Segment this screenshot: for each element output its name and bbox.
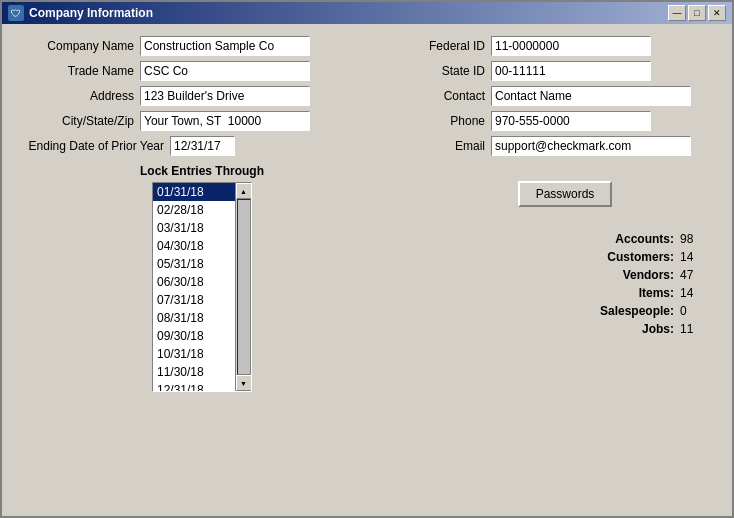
lock-list-item[interactable]: 10/31/18 [153, 345, 235, 363]
state-id-row: State ID [410, 61, 720, 81]
scroll-track[interactable] [237, 199, 251, 375]
lock-list-item[interactable]: 04/30/18 [153, 237, 235, 255]
address-input[interactable] [140, 86, 310, 106]
accounts-value: 98 [680, 232, 720, 246]
phone-label: Phone [410, 114, 485, 128]
city-state-zip-input[interactable] [140, 111, 310, 131]
accounts-label: Accounts: [615, 232, 674, 246]
customers-row: Customers: 14 [410, 250, 720, 264]
vendors-row: Vendors: 47 [410, 268, 720, 282]
lock-list-item[interactable]: 05/31/18 [153, 255, 235, 273]
lock-list-item[interactable]: 12/31/18 [153, 381, 235, 391]
lock-list-item[interactable]: 01/31/18 [153, 183, 235, 201]
scroll-down-button[interactable]: ▼ [236, 375, 252, 391]
lock-section: Lock Entries Through 01/31/1802/28/1803/… [14, 164, 390, 392]
ending-date-input[interactable] [170, 136, 235, 156]
state-id-input[interactable] [491, 61, 651, 81]
salespeople-value: 0 [680, 304, 720, 318]
federal-id-label: Federal ID [410, 39, 485, 53]
accounts-row: Accounts: 98 [410, 232, 720, 246]
close-button[interactable]: ✕ [708, 5, 726, 21]
federal-id-row: Federal ID [410, 36, 720, 56]
federal-id-input[interactable] [491, 36, 651, 56]
left-panel: Company Name Trade Name Address City/Sta… [14, 36, 390, 392]
lock-list-item[interactable]: 06/30/18 [153, 273, 235, 291]
ending-date-label: Ending Date of Prior Year [14, 139, 164, 153]
main-window: 🛡 Company Information — □ ✕ Company Name… [0, 0, 734, 518]
email-label: Email [410, 139, 485, 153]
address-label: Address [14, 89, 134, 103]
right-panel: Federal ID State ID Contact Phone Email [410, 36, 720, 392]
salespeople-row: Salespeople: 0 [410, 304, 720, 318]
trade-name-label: Trade Name [14, 64, 134, 78]
lock-list-item[interactable]: 08/31/18 [153, 309, 235, 327]
minimize-button[interactable]: — [668, 5, 686, 21]
contact-input[interactable] [491, 86, 691, 106]
items-value: 14 [680, 286, 720, 300]
trade-name-row: Trade Name [14, 61, 390, 81]
lock-entries-listbox[interactable]: 01/31/1802/28/1803/31/1804/30/1805/31/18… [152, 182, 252, 392]
lock-list: 01/31/1802/28/1803/31/1804/30/1805/31/18… [153, 183, 235, 391]
company-name-row: Company Name [14, 36, 390, 56]
lock-list-item[interactable]: 09/30/18 [153, 327, 235, 345]
stats-section: Accounts: 98 Customers: 14 Vendors: 47 I… [410, 232, 720, 336]
company-name-label: Company Name [14, 39, 134, 53]
state-id-label: State ID [410, 64, 485, 78]
content-area: Company Name Trade Name Address City/Sta… [2, 24, 732, 516]
company-name-input[interactable] [140, 36, 310, 56]
passwords-button[interactable]: Passwords [518, 181, 613, 207]
lock-list-item[interactable]: 03/31/18 [153, 219, 235, 237]
title-bar: 🛡 Company Information — □ ✕ [2, 2, 732, 24]
customers-value: 14 [680, 250, 720, 264]
window-title: Company Information [29, 6, 153, 20]
contact-label: Contact [410, 89, 485, 103]
vendors-label: Vendors: [623, 268, 674, 282]
lock-list-item[interactable]: 11/30/18 [153, 363, 235, 381]
phone-row: Phone [410, 111, 720, 131]
listbox-scrollbar: ▲ ▼ [235, 183, 251, 391]
scroll-up-button[interactable]: ▲ [236, 183, 252, 199]
contact-row: Contact [410, 86, 720, 106]
lock-list-item[interactable]: 02/28/18 [153, 201, 235, 219]
lock-entries-label: Lock Entries Through [140, 164, 264, 178]
salespeople-label: Salespeople: [600, 304, 674, 318]
email-row: Email [410, 136, 720, 156]
window-controls: — □ ✕ [668, 5, 726, 21]
jobs-value: 11 [680, 322, 720, 336]
ending-date-row: Ending Date of Prior Year [14, 136, 390, 156]
window-icon: 🛡 [8, 5, 24, 21]
phone-input[interactable] [491, 111, 651, 131]
vendors-value: 47 [680, 268, 720, 282]
city-state-zip-row: City/State/Zip [14, 111, 390, 131]
email-input[interactable] [491, 136, 691, 156]
items-label: Items: [639, 286, 674, 300]
trade-name-input[interactable] [140, 61, 310, 81]
main-area: Company Name Trade Name Address City/Sta… [14, 36, 720, 392]
address-row: Address [14, 86, 390, 106]
maximize-button[interactable]: □ [688, 5, 706, 21]
jobs-label: Jobs: [642, 322, 674, 336]
jobs-row: Jobs: 11 [410, 322, 720, 336]
lock-list-item[interactable]: 07/31/18 [153, 291, 235, 309]
customers-label: Customers: [607, 250, 674, 264]
items-row: Items: 14 [410, 286, 720, 300]
city-state-zip-label: City/State/Zip [14, 114, 134, 128]
